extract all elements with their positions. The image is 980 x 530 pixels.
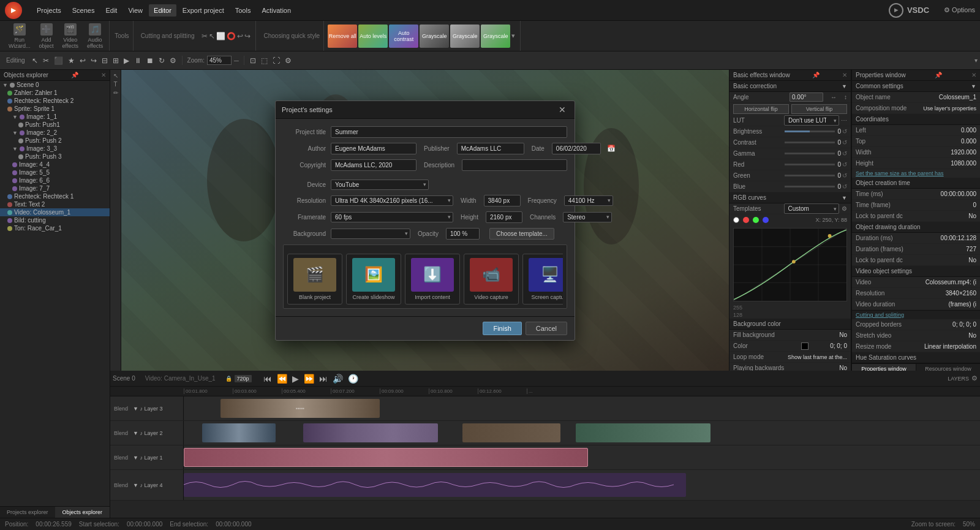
scissor-icon[interactable]: ✂ [202, 32, 208, 40]
blue-channel-btn[interactable] [763, 217, 769, 223]
tree-text2[interactable]: Text: Text 2 [0, 200, 110, 208]
common-settings-header[interactable]: Common settings ▼ [852, 81, 980, 92]
menu-view[interactable]: View [123, 4, 148, 17]
tree-bild-cutting[interactable]: Bild: cutting [0, 216, 110, 224]
tl-prev-icon[interactable]: ⏪ [275, 374, 289, 384]
menu-projects[interactable]: Projects [32, 4, 66, 17]
creation-time-header[interactable]: Object creation time [852, 178, 980, 189]
blue-reset[interactable]: ↺ [842, 183, 847, 190]
tree-ton[interactable]: Ton: Race_Car_1 [0, 224, 110, 232]
basic-correction-header[interactable]: Basic correction ▼ [729, 81, 851, 92]
auto-levels-btn[interactable]: Auto levels [358, 25, 388, 48]
tree-zahler[interactable]: Zahler: Zahler 1 [0, 89, 110, 97]
flip-h-btn[interactable]: ↔ [831, 94, 837, 100]
tl-forward-icon[interactable]: ⏭ [317, 374, 330, 384]
track4-content[interactable] [184, 470, 980, 500]
contrast-reset[interactable]: ↺ [842, 139, 847, 146]
resolution-select[interactable]: Ultra HD 4K 3840x2160 pixels (16... [331, 195, 453, 206]
same-size-link[interactable]: Set the same size as the parent has [856, 170, 944, 176]
clip2b[interactable] [303, 423, 438, 442]
properties-window-tab[interactable]: Properties window [852, 364, 916, 371]
framerate-select[interactable]: 60 fps [331, 212, 453, 222]
tree-scene0[interactable]: ▼ Scene 0 [0, 81, 110, 89]
frequency-select[interactable]: 44100 Hz [564, 195, 613, 206]
menu-editor[interactable]: Editor [149, 4, 176, 17]
redo-icon[interactable]: ↪ [244, 32, 251, 40]
menu-tools[interactable]: Tools [230, 4, 256, 17]
toolbar2-rotate-icon[interactable]: ↻ [157, 55, 167, 66]
width-input[interactable] [484, 195, 521, 206]
lut-select[interactable]: Don't use LUT [784, 115, 839, 126]
green-slider[interactable] [785, 175, 835, 176]
hue-sat-header-props[interactable]: Hue Saturation curves [852, 352, 980, 363]
green-channel-btn[interactable] [753, 217, 759, 223]
cursor-icon[interactable]: ↖ [209, 32, 215, 40]
tree-image66[interactable]: Image: 6_6 [0, 176, 110, 184]
track3-content[interactable]: ▪▪▪▪▪ [184, 396, 980, 420]
menu-export[interactable]: Export project [178, 4, 229, 17]
author-input[interactable] [331, 143, 417, 154]
template-slideshow[interactable]: 🖼️ Create slideshow [346, 254, 401, 305]
clip2a[interactable] [202, 423, 276, 442]
angle-input[interactable] [790, 93, 823, 102]
tree-image77[interactable]: Image: 7_7 [0, 184, 110, 192]
finish-btn[interactable]: Finish [483, 322, 521, 335]
pin-icon[interactable]: 📌 [71, 72, 78, 78]
calendar-icon[interactable]: 📅 [607, 145, 616, 153]
tree-image11[interactable]: ▼ Image: 1_1 [0, 113, 110, 121]
pin-props-icon[interactable]: 📌 [935, 72, 942, 78]
tl-lock-icon[interactable]: 🔒 [225, 376, 232, 382]
project-title-input[interactable] [331, 126, 567, 138]
device-select[interactable]: YouTube [331, 180, 429, 190]
close-props-icon[interactable]: ✕ [971, 72, 976, 78]
rectangle-icon[interactable]: ⬜ [216, 32, 225, 40]
fullscreen-icon[interactable]: ⛶ [271, 55, 282, 66]
clip-layer3[interactable]: ▪▪▪▪▪ [221, 399, 380, 418]
white-channel-btn[interactable] [733, 217, 739, 223]
objects-explorer-tab[interactable]: Objects explorer [55, 507, 110, 518]
options-button[interactable]: ⚙ Options [944, 6, 975, 14]
toolbar2-magic-icon[interactable]: ★ [66, 55, 77, 66]
fit-window-icon[interactable]: ⊡ [248, 55, 258, 66]
modal-close-btn[interactable]: ✕ [556, 105, 568, 115]
video-effects-btn[interactable]: 🎬 Videoeffects [59, 21, 82, 51]
date-input[interactable] [552, 143, 601, 154]
video-obj-settings-header[interactable]: Video object settings [852, 266, 980, 277]
menu-edit[interactable]: Edit [100, 4, 122, 17]
toolbar2-undo2-icon[interactable]: ↩ [78, 55, 88, 66]
resources-window-tab[interactable]: Resources window [916, 364, 980, 371]
add-object-btn[interactable]: ➕ Addobject [36, 21, 58, 51]
tl-clock-icon[interactable]: 🕐 [346, 374, 360, 384]
blue-slider[interactable] [785, 186, 835, 187]
tree-image44[interactable]: Image: 4_4 [0, 161, 110, 168]
track2-content[interactable] [184, 421, 980, 445]
clip2c[interactable] [462, 423, 560, 442]
background-select[interactable] [331, 229, 410, 239]
tl-play-icon[interactable]: ▶ [290, 374, 301, 384]
tree-image33[interactable]: ▼ Image: 3_3 [0, 145, 110, 153]
green-reset[interactable]: ↺ [842, 172, 847, 179]
description-input[interactable] [462, 159, 567, 171]
menu-scenes[interactable]: Scenes [67, 4, 100, 17]
toolbar2-grid-icon[interactable]: ⊞ [111, 55, 121, 66]
tree-rechteck1[interactable]: Rechteck: Rechteck 1 [0, 192, 110, 200]
toolbar2-split-icon[interactable]: ⊟ [100, 55, 110, 66]
track1-content[interactable] [184, 445, 980, 469]
bg-color-header[interactable]: Background color [729, 319, 851, 330]
projects-explorer-tab[interactable]: Projects explorer [0, 507, 55, 518]
toolbar2-crop-icon[interactable]: ⬛ [52, 55, 65, 66]
grayscale3-btn[interactable]: Grayscale [481, 25, 510, 48]
choose-template-btn[interactable]: Choose template... [489, 228, 554, 240]
arrow-tool-icon[interactable]: ↖ [113, 72, 118, 79]
tree-sprite1[interactable]: Sprite: Sprite 1 [0, 105, 110, 113]
channels-select[interactable]: Stereo [563, 212, 612, 222]
flip-v-btn[interactable]: ↕ [844, 94, 847, 100]
circle-icon[interactable]: ⭕ [227, 32, 236, 40]
publisher-input[interactable] [457, 143, 524, 154]
cancel-btn[interactable]: Cancel [526, 322, 567, 335]
pen-tool-icon[interactable]: ✏ [113, 89, 118, 96]
contrast-slider[interactable] [785, 142, 835, 143]
tree-rechteck2[interactable]: Rechteck: Rechteck 2 [0, 97, 110, 105]
coords-header[interactable]: Coordinates [852, 114, 980, 125]
tl-settings-icon[interactable]: ⚙ [971, 374, 978, 382]
